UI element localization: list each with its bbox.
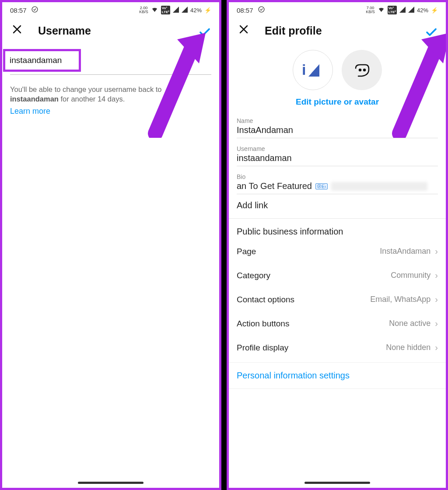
volte-badge: Vo¹LTE² [388, 6, 397, 14]
section-public-business: Public business information [229, 219, 446, 239]
confirm-check-icon[interactable] [198, 26, 211, 41]
status-net-speed: 7.00KB/S [366, 6, 375, 14]
username-field[interactable]: Username instaandaman [237, 145, 438, 166]
learn-more-link[interactable]: Learn more [10, 107, 211, 116]
page-title: Username [38, 24, 91, 37]
chevron-right-icon: › [435, 270, 438, 280]
redacted-text [331, 182, 427, 191]
svg-point-5 [364, 69, 365, 71]
edit-picture-link[interactable]: Edit picture or avatar [229, 97, 446, 107]
input-underline [10, 74, 211, 75]
row-value: Community [391, 271, 430, 280]
bio-value: an To Get Featured ⦿E‹ [237, 181, 438, 191]
charging-icon: ⚡ [431, 7, 438, 14]
row-label: Page [237, 247, 256, 256]
row-label: Category [237, 271, 270, 280]
phone-right: 08:57 7.00KB/S Vo¹LTE² 42% ⚡ Ed [227, 0, 448, 490]
svg-text:i: i [302, 61, 306, 78]
row-value: None hidden [386, 343, 430, 352]
charging-icon: ⚡ [204, 7, 211, 14]
row-label: Profile display [237, 343, 288, 353]
close-icon[interactable] [238, 24, 249, 38]
status-time: 08:57 [237, 7, 253, 14]
svg-point-4 [359, 69, 361, 71]
username-value: instaandaman [237, 153, 438, 163]
row-value: Email, WhatsApp [370, 295, 430, 304]
profile-picture[interactable]: i [293, 50, 333, 90]
chevron-right-icon: › [435, 343, 438, 353]
volte-badge: Vo¹LTE² [161, 6, 170, 14]
battery-text: 42% [417, 7, 428, 14]
home-indicator[interactable] [304, 482, 370, 484]
row-action-buttons[interactable]: Action buttons None active› [229, 312, 446, 336]
app-bar: Edit profile [229, 18, 446, 44]
battery-text: 42% [190, 7, 202, 14]
svg-point-1 [259, 7, 264, 12]
signal-icon-1 [399, 7, 406, 14]
status-sync-icon [258, 6, 265, 14]
wifi-icon [151, 6, 158, 14]
bio-field[interactable]: Bio an To Get Featured ⦿E‹ [237, 173, 438, 194]
name-field[interactable]: Name InstaAndaman [237, 117, 438, 138]
row-value: None active [389, 319, 430, 328]
row-label: Action buttons [237, 319, 289, 329]
status-bar: 08:57 7.00KB/S Vo¹LTE² 42% ⚡ [229, 2, 446, 18]
page-title: Edit profile [265, 24, 322, 37]
avatar-placeholder[interactable] [342, 50, 382, 90]
status-sync-icon [31, 6, 38, 14]
status-net-speed: 2.00KB/S [139, 6, 148, 14]
name-label: Name [237, 117, 438, 124]
bio-label: Bio [237, 173, 438, 180]
row-label: Contact options [237, 295, 294, 304]
status-time: 08:57 [10, 7, 27, 14]
chevron-right-icon: › [435, 246, 438, 256]
wifi-icon [378, 6, 385, 14]
confirm-check-icon[interactable] [425, 26, 438, 41]
svg-point-0 [32, 7, 38, 12]
chevron-right-icon: › [435, 318, 438, 329]
signal-icon-2 [408, 7, 414, 14]
signal-icon-1 [173, 7, 179, 14]
row-contact[interactable]: Contact options Email, WhatsApp› [229, 287, 446, 312]
home-indicator[interactable] [78, 482, 144, 484]
row-value: InstaAndaman [380, 247, 430, 256]
phone-left: 08:57 2.00KB/S Vo¹LTE² 42% ⚡ Us [0, 0, 221, 490]
row-category[interactable]: Category Community› [229, 263, 446, 287]
chevron-right-icon: › [435, 294, 438, 304]
app-bar: Username [2, 18, 219, 44]
username-help-text: You'll be able to change your username b… [10, 84, 211, 104]
row-page[interactable]: Page InstaAndaman› [229, 239, 446, 263]
username-label: Username [237, 145, 438, 152]
name-value: InstaAndaman [237, 125, 438, 135]
username-input[interactable]: instaandaman [3, 49, 81, 72]
close-icon[interactable] [12, 24, 22, 38]
personal-info-settings-link[interactable]: Personal information settings [229, 362, 446, 389]
signal-icon-2 [182, 7, 188, 14]
row-profile-display[interactable]: Profile display None hidden› [229, 336, 446, 360]
status-bar: 08:57 2.00KB/S Vo¹LTE² 42% ⚡ [2, 2, 219, 18]
add-link-row[interactable]: Add link [229, 194, 446, 219]
badge-icon: ⦿E‹ [315, 183, 328, 189]
